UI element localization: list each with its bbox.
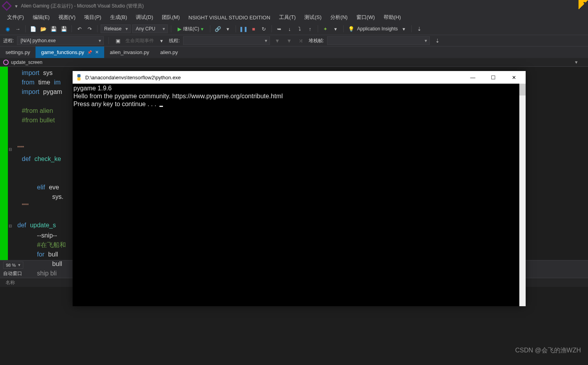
console-scrollbar[interactable] — [519, 84, 526, 306]
redo-button[interactable]: ↷ — [85, 24, 94, 33]
platform-dropdown[interactable]: Any CPU — [132, 24, 168, 33]
dropdown-arrow[interactable]: ▾ — [573, 59, 579, 65]
save-button[interactable]: 💾 — [49, 24, 58, 33]
browser-link-button[interactable]: 🔗 — [213, 24, 222, 33]
separator — [343, 25, 344, 32]
console-title: D:\anaconda\envs\tensorflow2\python.exe — [85, 75, 461, 80]
thread-label: 线程: — [169, 37, 180, 44]
console-line: Hello from the pygame community. https:/… — [73, 93, 283, 99]
python-icon — [76, 74, 82, 80]
undo-button[interactable]: ↶ — [75, 24, 84, 33]
show-next-statement-button[interactable]: ➥ — [275, 24, 284, 33]
main-toolbar: ◉ → 📄 📂 💾 💾 ↶ ↷ Release Any CPU ▶ 继续(C) … — [0, 23, 588, 35]
separator — [272, 25, 272, 32]
stop-debug-button[interactable]: ■ — [249, 24, 258, 33]
open-button[interactable]: 📂 — [39, 24, 48, 33]
overflow-button[interactable]: ⇣ — [433, 36, 442, 45]
notification-flag-icon[interactable] — [579, 0, 588, 9]
overflow-button[interactable]: ⇣ — [415, 24, 423, 33]
separator — [71, 25, 72, 32]
separator — [210, 25, 210, 32]
continue-button[interactable]: ▶ 继续(C) ▾ — [174, 24, 207, 33]
configuration-dropdown[interactable]: Release — [101, 24, 131, 33]
lifecycle-events-icon[interactable]: ▣ — [114, 36, 122, 45]
menu-file[interactable]: 文件(F) — [3, 12, 28, 22]
stackframe-label: 堆栈帧: — [309, 37, 324, 44]
minimize-button[interactable]: — — [464, 71, 481, 83]
dropdown-arrow[interactable]: ▾ — [224, 24, 232, 33]
console-window: D:\anaconda\envs\tensorflow2\python.exe … — [73, 71, 526, 306]
change-margin — [0, 67, 8, 260]
tab-label: game_functions.py — [41, 49, 84, 55]
menu-debug[interactable]: 调试(D) — [132, 12, 157, 22]
console-line: Press any key to continue . . . — [73, 101, 158, 107]
window-title: Alien Gaming (正在运行) - Microsoft Visual S… — [21, 3, 144, 9]
menu-project[interactable]: 项目(P) — [80, 12, 105, 22]
thread-flag-icon[interactable]: ▼ — [273, 36, 282, 45]
separator — [97, 25, 97, 32]
dropdown-arrow[interactable]: ▾ — [157, 36, 166, 45]
tab-settings[interactable]: settings.py — [0, 47, 36, 58]
step-into-button[interactable]: ↓ — [285, 24, 294, 33]
insights-bulb-icon: 💡 — [347, 24, 356, 33]
application-insights-button[interactable]: Application Insights — [357, 26, 398, 32]
separator — [318, 25, 318, 32]
cursor — [159, 106, 163, 107]
vs-logo-icon — [2, 1, 11, 11]
editor-gutter — [8, 67, 14, 260]
menu-window[interactable]: 窗口(W) — [352, 12, 379, 22]
close-button[interactable]: ✕ — [505, 71, 522, 83]
titlebar-menu-caret[interactable]: ▾ — [15, 3, 18, 9]
pause-button[interactable]: ❚❚ — [239, 24, 248, 33]
main-menubar: 文件(F) 编辑(E) 视图(V) 项目(P) 生成(B) 调试(D) 团队(M… — [0, 12, 588, 23]
nav-forward-button[interactable]: → — [13, 24, 22, 33]
tab-game-functions[interactable]: game_functions.py📌✕ — [36, 47, 104, 58]
stackframe-dropdown[interactable] — [327, 36, 430, 45]
scrollbar-thumb[interactable] — [519, 84, 526, 95]
nav-back-button[interactable]: ◉ — [3, 24, 12, 33]
navigation-bar: update_screen ▾ — [0, 58, 588, 67]
menu-team[interactable]: 团队(M) — [158, 12, 184, 22]
separator — [236, 25, 236, 32]
separator — [109, 37, 109, 44]
lifecycle-label: 生命周期事件 — [125, 37, 154, 44]
debug-location-toolbar: 进程: [N/A] python.exe ▣ 生命周期事件 ▾ 线程: ▼ ▼ … — [0, 35, 588, 47]
process-label: 进程: — [3, 37, 14, 44]
tab-alien-invasion[interactable]: alien_invasion.py — [104, 47, 155, 58]
tab-label: settings.py — [6, 49, 30, 55]
close-icon[interactable]: ✕ — [95, 50, 99, 55]
menu-analyze[interactable]: 分析(N) — [326, 12, 352, 22]
menu-tools[interactable]: 工具(T) — [275, 12, 300, 22]
separator — [411, 25, 412, 32]
console-body[interactable]: pygame 1.9.6 Hello from the pygame commu… — [73, 84, 526, 306]
member-icon — [3, 60, 9, 65]
step-over-button[interactable]: ⤵ — [296, 24, 304, 33]
thread-dropdown[interactable] — [183, 36, 270, 45]
step-out-button[interactable]: ↑ — [306, 24, 315, 33]
nsight-button[interactable]: ✦ — [321, 24, 330, 33]
maximize-button[interactable]: ☐ — [485, 71, 502, 83]
pin-icon[interactable]: 📌 — [87, 50, 92, 54]
dropdown-arrow[interactable]: ▾ — [399, 24, 408, 33]
restart-button[interactable]: ↻ — [260, 24, 268, 33]
console-line: pygame 1.9.6 — [73, 85, 112, 92]
menu-build[interactable]: 生成(B) — [106, 12, 131, 22]
menu-help[interactable]: 帮助(H) — [380, 12, 405, 22]
window-titlebar: ▾ Alien Gaming (正在运行) - Microsoft Visual… — [0, 0, 588, 12]
zoom-dropdown[interactable]: 98 % — [3, 262, 23, 269]
console-titlebar[interactable]: D:\anaconda\envs\tensorflow2\python.exe … — [73, 71, 526, 84]
thread-filter-icon[interactable]: ▼ — [285, 36, 294, 45]
dropdown-arrow[interactable]: ▾ — [331, 24, 340, 33]
menu-nsight[interactable]: NSIGHT VISUAL STUDIO EDITION — [185, 13, 274, 22]
menu-test[interactable]: 测试(S) — [300, 12, 325, 22]
new-project-button[interactable]: 📄 — [29, 24, 37, 33]
tab-alien[interactable]: alien.py — [155, 47, 184, 58]
member-dropdown[interactable]: update_screen — [11, 60, 573, 65]
document-tabbar: settings.py game_functions.py📌✕ alien_in… — [0, 47, 588, 58]
save-all-button[interactable]: 💾 — [60, 24, 68, 33]
continue-label: 继续(C) — [183, 26, 199, 32]
process-dropdown[interactable]: [N/A] python.exe — [17, 36, 104, 45]
menu-edit[interactable]: 编辑(E) — [29, 12, 54, 22]
menu-view[interactable]: 视图(V) — [54, 12, 79, 22]
shuffle-icon[interactable]: ⤮ — [297, 36, 305, 45]
